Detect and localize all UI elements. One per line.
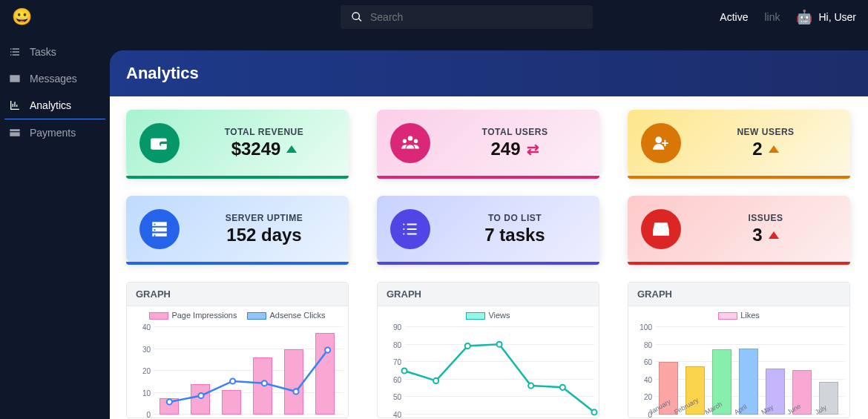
legend-adsense-clicks: Adsense Clicks: [269, 311, 325, 320]
svg-point-4: [293, 389, 298, 394]
search-bar[interactable]: [341, 5, 593, 29]
sidebar-item-label: Tasks: [30, 46, 56, 58]
graph-title: GRAPH: [127, 283, 348, 306]
graph-card-1: GRAPH Page Impressions Adsense Clicks 01…: [126, 282, 349, 418]
sidebar-item-label: Payments: [30, 127, 76, 139]
user-menu[interactable]: 🤖 Hi, User: [796, 9, 856, 25]
sidebar-item-payments[interactable]: Payments: [0, 119, 110, 146]
card-issues[interactable]: ISSUES 3: [628, 196, 850, 263]
legend-likes: Likes: [740, 311, 760, 320]
card-value: $3249: [231, 139, 281, 159]
svg-point-2: [230, 378, 235, 383]
svg-point-12: [591, 409, 596, 415]
svg-point-7: [433, 378, 438, 383]
envelope-icon: [9, 73, 21, 85]
sidebar-item-label: Messages: [30, 73, 77, 85]
graph-card-3: GRAPH Likes 020406080100 JanuaryFebruary…: [628, 282, 850, 418]
sidebar-item-tasks[interactable]: Tasks: [0, 39, 110, 65]
wallet-icon: [139, 123, 180, 163]
svg-point-8: [465, 343, 470, 349]
legend-page-impressions: Page Impressions: [171, 311, 237, 320]
card-value: 152 days: [226, 225, 301, 245]
card-value: 3: [752, 225, 762, 245]
card-label: TO DO LIST: [444, 213, 586, 223]
legend-views: Views: [488, 311, 510, 320]
search-input[interactable]: [370, 11, 582, 23]
tasks-icon: [9, 46, 21, 58]
card-value: 7 tasks: [484, 225, 545, 245]
card-server-uptime[interactable]: SERVER UPTIME 152 days: [126, 196, 349, 263]
trend-up-icon: [769, 145, 779, 153]
graph-title: GRAPH: [628, 283, 849, 306]
page-title: Analytics: [126, 64, 852, 83]
chart-icon: [9, 99, 21, 111]
trend-up-icon: [769, 231, 779, 239]
greeting: Hi, User: [818, 11, 856, 23]
trend-up-icon: [286, 145, 297, 153]
svg-point-6: [401, 368, 407, 373]
inbox-icon: [641, 209, 681, 249]
svg-point-9: [496, 342, 502, 347]
svg-point-11: [560, 385, 565, 390]
logo-icon: 😀: [12, 7, 32, 27]
card-total-users[interactable]: TOTAL USERS 249⇄: [377, 110, 599, 176]
nav-link[interactable]: link: [764, 11, 780, 23]
nav-active[interactable]: Active: [720, 11, 748, 23]
card-value: 2: [752, 139, 762, 159]
svg-point-3: [262, 380, 267, 386]
svg-point-10: [528, 383, 533, 389]
card-label: TOTAL REVENUE: [193, 127, 335, 137]
user-plus-icon: [641, 123, 681, 163]
card-total-revenue[interactable]: TOTAL REVENUE $3249: [126, 110, 349, 176]
card-value: 249: [490, 139, 520, 159]
card-label: NEW USERS: [694, 127, 837, 137]
avatar: 🤖: [796, 9, 812, 25]
sidebar-item-label: Analytics: [30, 99, 71, 111]
swap-icon: ⇄: [527, 140, 539, 158]
svg-point-1: [198, 393, 203, 398]
users-icon: [390, 123, 430, 163]
search-icon: [351, 11, 363, 23]
sidebar-item-analytics[interactable]: Analytics: [4, 92, 105, 119]
svg-point-0: [167, 399, 172, 404]
graph-card-2: GRAPH Views 405060708090: [377, 282, 599, 418]
credit-card-icon: [9, 127, 21, 139]
card-label: ISSUES: [694, 213, 837, 223]
card-label: SERVER UPTIME: [193, 213, 335, 223]
card-new-users[interactable]: NEW USERS 2: [628, 110, 850, 176]
list-icon: [390, 209, 430, 249]
card-label: TOTAL USERS: [444, 127, 586, 137]
page-header: Analytics: [110, 50, 868, 96]
sidebar-item-messages[interactable]: Messages: [0, 65, 110, 92]
server-icon: [139, 209, 180, 249]
graph-title: GRAPH: [378, 283, 599, 306]
svg-point-5: [325, 348, 330, 353]
card-todo-list[interactable]: TO DO LIST 7 tasks: [377, 196, 599, 263]
